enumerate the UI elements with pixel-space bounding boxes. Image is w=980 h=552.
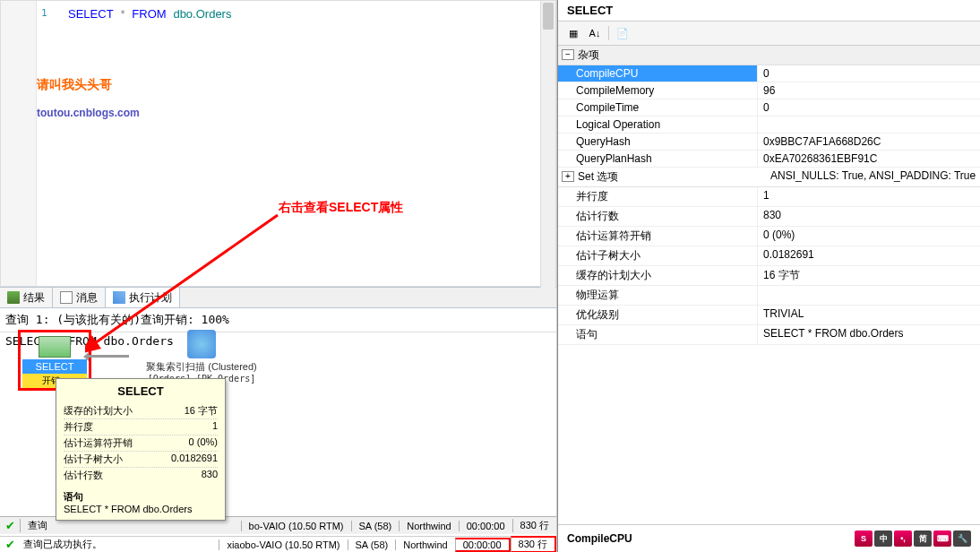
status-success-icon-2: ✔ xyxy=(0,538,20,551)
prop-toolbar: ▦ A↓ 📄 xyxy=(558,22,980,46)
property-row[interactable]: CompileCPU0 xyxy=(558,65,980,82)
status2-rows: 830 行 xyxy=(511,536,556,552)
ime-cn-icon[interactable]: 简 xyxy=(914,530,932,547)
left-panel: 1 SELECT * FROM dbo.Orders 请叫我头头哥 toutou… xyxy=(0,0,557,552)
property-row[interactable]: QueryHash0x9BBC7AF1A668D26C xyxy=(558,134,980,151)
properties-panel: SELECT ▦ A↓ 📄 − 杂项 CompileCPU0CompileMem… xyxy=(557,0,980,552)
status2-time: 00:00:00 xyxy=(455,538,511,552)
collapse-icon[interactable]: − xyxy=(562,49,574,60)
property-row[interactable]: 并行度1 xyxy=(558,187,980,207)
watermark-url: toutou.cnblogs.com xyxy=(37,107,140,119)
property-row[interactable]: 估计子树大小0.0182691 xyxy=(558,246,980,266)
tooltip-row: 估计子树大小0.0182691 xyxy=(64,452,218,468)
line-number: 1 xyxy=(41,7,47,19)
property-row[interactable]: 物理运算 xyxy=(558,286,980,306)
status2-user: SA (58) xyxy=(348,539,396,550)
watermark-author: 请叫我头头哥 xyxy=(37,77,112,93)
tooltip-row: 缓存的计划大小16 字节 xyxy=(64,403,218,419)
status-msg: 查询已成功执行。 xyxy=(20,538,219,551)
prop-header: SELECT xyxy=(558,0,980,22)
editor-gutter xyxy=(1,1,37,286)
tab-execution-plan[interactable]: 执行计划 xyxy=(106,288,180,307)
table-icon xyxy=(7,291,20,304)
plan-connector xyxy=(88,355,129,358)
status-db: Northwind xyxy=(399,521,459,531)
prop-description: CompileCPU S 中 •, 简 ⌨ 🔧 xyxy=(558,524,980,552)
ime-kb-icon[interactable]: ⌨ xyxy=(933,530,951,547)
plan-icon xyxy=(113,291,125,304)
tooltip-row: 估计运算符开销0 (0%) xyxy=(64,436,218,452)
property-row[interactable]: QueryPlanHash0xEA70268361EBF91C xyxy=(558,151,980,168)
property-row[interactable]: 估计行数830 xyxy=(558,207,980,227)
plan-scan-node[interactable]: 聚集索引扫描 (Clustered) [Orders].[PK Orders] xyxy=(125,330,278,384)
ime-toolbar[interactable]: S 中 •, 简 ⌨ 🔧 xyxy=(855,530,971,547)
status-rows: 830 行 xyxy=(512,519,556,532)
status-truncated: 查询 xyxy=(20,519,241,532)
property-row[interactable]: Logical Operation xyxy=(558,116,980,134)
status-success-icon: ✔ xyxy=(0,519,20,532)
tooltip-stmt-label: 语句 xyxy=(64,490,218,504)
editor-scrollbar[interactable] xyxy=(540,1,555,288)
property-row[interactable]: CompileMemory96 xyxy=(558,82,980,99)
sql-editor[interactable]: 1 SELECT * FROM dbo.Orders 请叫我头头哥 toutou… xyxy=(0,0,556,287)
status-time: 00:00:00 xyxy=(459,521,512,531)
status-host: bo-VAIO (10.50 RTM) xyxy=(241,521,351,531)
expand-icon[interactable]: + xyxy=(562,171,574,182)
category-set-options[interactable]: + Set 选项 ANSI_NULLS: True, ANSI_PADDING:… xyxy=(558,168,980,187)
select-node-icon xyxy=(39,336,71,358)
category-misc[interactable]: − 杂项 xyxy=(558,46,980,65)
status-bar-2: ✔ 查询已成功执行。 xiaobo-VAIO (10.50 RTM) SA (5… xyxy=(0,536,556,552)
ime-punct-icon[interactable]: •, xyxy=(894,530,912,547)
red-annotation: 右击查看SELECT属性 xyxy=(279,200,403,216)
query-cost-info: 查询 1: (与该批有关的)查询开销: 100% xyxy=(0,308,556,332)
property-row[interactable]: CompileTime0 xyxy=(558,99,980,116)
tab-results[interactable]: 结果 xyxy=(0,288,53,307)
message-icon xyxy=(60,291,73,304)
tooltip-title: SELECT xyxy=(64,384,218,403)
alpha-sort-button[interactable]: A↓ xyxy=(585,24,605,42)
property-row[interactable]: 语句SELECT * FROM dbo.Orders xyxy=(558,325,980,345)
tooltip-row: 并行度1 xyxy=(64,419,218,436)
sql-code[interactable]: SELECT * FROM dbo.Orders xyxy=(68,7,231,21)
result-tabs: 结果 消息 执行计划 xyxy=(0,287,556,308)
properties-grid[interactable]: − 杂项 CompileCPU0CompileMemory96CompileTi… xyxy=(558,46,980,524)
categorize-button[interactable]: ▦ xyxy=(563,24,583,42)
select-tooltip: SELECT 缓存的计划大小16 字节并行度1估计运算符开销0 (0%)估计子树… xyxy=(56,378,226,521)
scan-node-icon xyxy=(187,330,216,358)
tab-messages[interactable]: 消息 xyxy=(53,288,106,307)
status2-host: xiaobo-VAIO (10.50 RTM) xyxy=(219,539,347,550)
tooltip-row: 估计行数830 xyxy=(64,468,218,483)
prop-pages-button[interactable]: 📄 xyxy=(613,24,632,42)
property-row[interactable]: 缓存的计划大小16 字节 xyxy=(558,266,980,286)
status2-db: Northwind xyxy=(395,539,455,550)
ime-tool-icon[interactable]: 🔧 xyxy=(953,530,971,547)
ime-moon-icon[interactable]: 中 xyxy=(874,530,892,547)
property-row[interactable]: 估计运算符开销0 (0%) xyxy=(558,227,980,246)
status-user: SA (58) xyxy=(351,521,400,531)
tooltip-stmt: SELECT * FROM dbo.Orders xyxy=(64,504,218,514)
ime-s-icon[interactable]: S xyxy=(855,530,873,547)
property-row[interactable]: 优化级别TRIVIAL xyxy=(558,306,980,325)
